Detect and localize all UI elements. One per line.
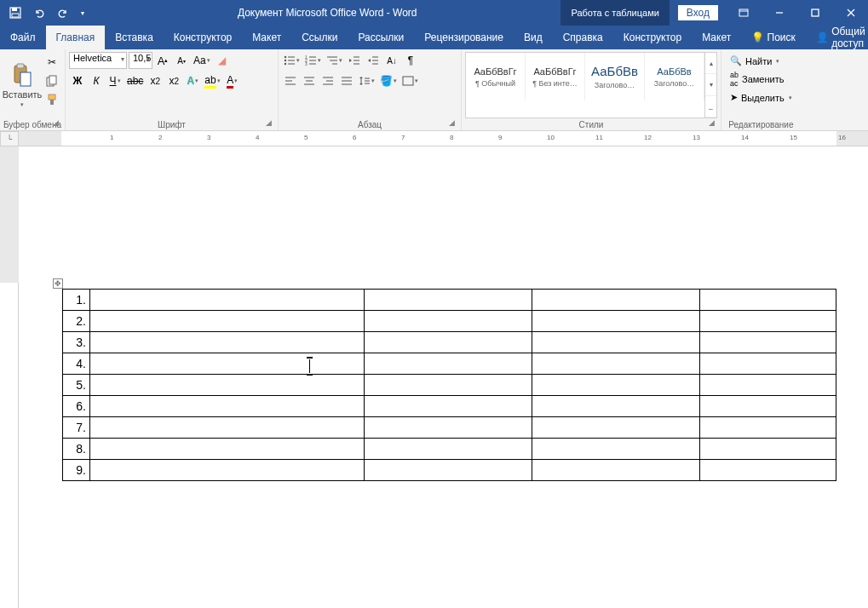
subscript-button[interactable]: x2 bbox=[147, 72, 164, 89]
tab-table-layout[interactable]: Макет bbox=[692, 26, 741, 49]
redo-button[interactable] bbox=[53, 3, 73, 23]
svg-rect-12 bbox=[49, 76, 56, 84]
tab-review[interactable]: Рецензирование bbox=[414, 26, 514, 49]
vertical-ruler[interactable] bbox=[0, 146, 19, 608]
highlight-button[interactable]: ab▾ bbox=[203, 72, 221, 89]
tab-view[interactable]: Вид bbox=[514, 26, 553, 49]
undo-button[interactable] bbox=[29, 3, 49, 23]
svg-rect-14 bbox=[50, 100, 54, 105]
font-name-select[interactable]: Helvetica▾ bbox=[69, 52, 127, 69]
table-row[interactable]: 8. bbox=[63, 439, 836, 460]
horizontal-ruler[interactable]: 12345678910111213141516 bbox=[19, 131, 868, 146]
table-row[interactable]: 2. bbox=[63, 311, 836, 332]
show-marks-button[interactable]: ¶ bbox=[402, 52, 419, 69]
table-row[interactable]: 5. bbox=[63, 375, 836, 396]
underline-button[interactable]: Ч▾ bbox=[106, 72, 124, 89]
document-table[interactable]: 1.2.3.4.5.6.7.8.9. bbox=[62, 289, 836, 481]
tab-mailings[interactable]: Рассылки bbox=[348, 26, 414, 49]
svg-rect-13 bbox=[49, 95, 55, 100]
font-size-select[interactable]: 10,5▾ bbox=[129, 52, 152, 69]
bullets-button[interactable]: ▾ bbox=[282, 52, 302, 69]
table-row[interactable]: 1. bbox=[63, 290, 836, 311]
tab-selector[interactable]: └ bbox=[0, 131, 19, 146]
line-spacing-button[interactable]: ▾ bbox=[357, 72, 377, 89]
gallery-down-button[interactable]: ▾ bbox=[705, 74, 716, 95]
borders-button[interactable]: ▾ bbox=[400, 72, 420, 89]
multilevel-icon bbox=[326, 55, 338, 66]
style-no-spacing[interactable]: АаБбВвГг ¶ Без инте… bbox=[526, 53, 585, 100]
shrink-font-button[interactable]: A▾ bbox=[173, 52, 190, 69]
lightbulb-icon: 💡 bbox=[751, 32, 764, 43]
find-button[interactable]: 🔍Найти▾ bbox=[727, 54, 796, 68]
gallery-up-button[interactable]: ▴ bbox=[705, 53, 716, 74]
table-move-handle[interactable]: ✥ bbox=[53, 278, 63, 289]
share-button[interactable]: 👤 Общий доступ bbox=[806, 26, 868, 49]
sort-button[interactable]: A↓ bbox=[383, 52, 400, 69]
numbering-button[interactable]: 123▾ bbox=[303, 52, 323, 69]
tab-layout[interactable]: Макет bbox=[242, 26, 291, 49]
login-button[interactable]: Вход bbox=[678, 5, 718, 20]
tab-home[interactable]: Главная bbox=[46, 26, 106, 49]
table-row[interactable]: 9. bbox=[63, 460, 836, 481]
tab-help[interactable]: Справка bbox=[553, 26, 613, 49]
multilevel-list-button[interactable]: ▾ bbox=[325, 52, 344, 69]
document-page[interactable]: ✥ 1.2.3.4.5.6.7.8.9. bbox=[19, 146, 868, 608]
workspace: ✥ 1.2.3.4.5.6.7.8.9. bbox=[0, 146, 868, 608]
increase-indent-button[interactable] bbox=[365, 52, 382, 69]
style-heading2[interactable]: АаБбВв Заголово… bbox=[645, 53, 704, 100]
gallery-more-button[interactable]: ⎯ bbox=[705, 96, 716, 118]
close-button[interactable] bbox=[834, 0, 868, 26]
justify-button[interactable] bbox=[338, 72, 355, 89]
change-case-button[interactable]: Aa▾ bbox=[192, 52, 212, 69]
superscript-button[interactable]: x2 bbox=[165, 72, 182, 89]
table-tools-label: Работа с таблицами bbox=[560, 0, 669, 26]
text-cursor bbox=[309, 359, 310, 373]
tab-design[interactable]: Конструктор bbox=[164, 26, 242, 49]
align-center-button[interactable] bbox=[301, 72, 318, 89]
bold-button[interactable]: Ж bbox=[69, 72, 86, 89]
table-row[interactable]: 3. bbox=[63, 332, 836, 353]
tab-references[interactable]: Ссылки bbox=[291, 26, 348, 49]
align-left-button[interactable] bbox=[282, 72, 299, 89]
ribbon-display-options-button[interactable] bbox=[727, 0, 761, 26]
table-row[interactable]: 7. bbox=[63, 417, 836, 439]
svg-rect-52 bbox=[403, 77, 413, 85]
table-row[interactable]: 6. bbox=[63, 396, 836, 417]
window-title: Документ Microsoft Office Word - Word bbox=[94, 7, 560, 19]
italic-button[interactable]: К bbox=[88, 72, 105, 89]
tab-insert[interactable]: Вставка bbox=[105, 26, 164, 49]
font-launcher[interactable]: ◢ bbox=[266, 118, 276, 129]
minimize-button[interactable] bbox=[762, 0, 796, 26]
strikethrough-button[interactable]: abc bbox=[125, 72, 145, 89]
styles-gallery[interactable]: АаБбВвГг ¶ Обычный АаБбВвГг ¶ Без инте… … bbox=[465, 52, 717, 118]
format-painter-button[interactable] bbox=[43, 91, 61, 108]
svg-point-17 bbox=[285, 60, 286, 61]
select-button[interactable]: ➤Выделить▾ bbox=[727, 90, 796, 105]
shading-button[interactable]: 🪣▾ bbox=[378, 72, 399, 89]
font-color-button[interactable]: A▾ bbox=[224, 72, 241, 89]
style-normal[interactable]: АаБбВвГг ¶ Обычный bbox=[466, 53, 526, 100]
copy-button[interactable] bbox=[43, 72, 61, 89]
maximize-button[interactable] bbox=[798, 0, 832, 26]
clear-formatting-button[interactable]: ◢ bbox=[214, 52, 231, 69]
svg-rect-5 bbox=[812, 9, 819, 16]
align-right-button[interactable] bbox=[319, 72, 336, 89]
style-heading1[interactable]: АаБбВв Заголово… bbox=[585, 53, 645, 100]
replace-button[interactable]: abacЗаменить bbox=[727, 69, 796, 89]
cut-button[interactable]: ✂ bbox=[43, 54, 61, 71]
styles-launcher[interactable]: ◢ bbox=[709, 118, 719, 129]
paste-button[interactable]: Вставить ▾ bbox=[3, 52, 41, 118]
text-effects-button[interactable]: A▾ bbox=[184, 72, 201, 89]
qat-customize-button[interactable]: ▾ bbox=[77, 3, 89, 23]
decrease-indent-button[interactable] bbox=[346, 52, 363, 69]
tab-table-design[interactable]: Конструктор bbox=[613, 26, 692, 49]
table-row[interactable]: 4. bbox=[63, 353, 836, 375]
save-button[interactable] bbox=[5, 3, 26, 23]
paragraph-launcher[interactable]: ◢ bbox=[449, 118, 459, 129]
clipboard-launcher[interactable]: ◢ bbox=[53, 118, 63, 129]
group-paragraph: ▾ 123▾ ▾ A↓ ¶ ▾ 🪣▾ ▾ Абзац ◢ bbox=[279, 49, 462, 130]
search-button[interactable]: 💡 Поиск bbox=[741, 26, 806, 49]
tab-file[interactable]: Файл bbox=[0, 26, 46, 49]
grow-font-button[interactable]: A▴ bbox=[154, 52, 171, 69]
numbering-icon: 123 bbox=[305, 55, 317, 66]
